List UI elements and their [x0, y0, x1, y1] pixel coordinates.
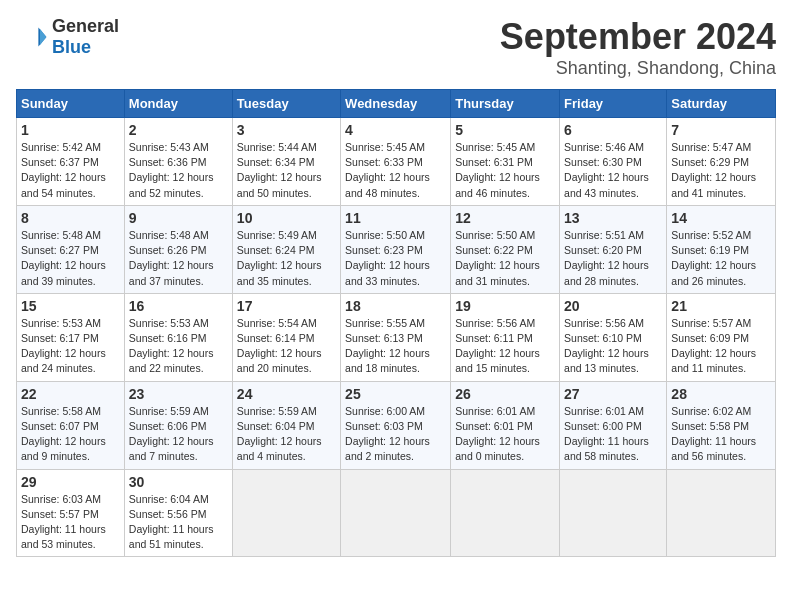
day-cell: 17Sunrise: 5:54 AM Sunset: 6:14 PM Dayli… — [232, 293, 340, 381]
day-number: 16 — [129, 298, 228, 314]
day-cell: 6Sunrise: 5:46 AM Sunset: 6:30 PM Daylig… — [560, 118, 667, 206]
day-cell: 2Sunrise: 5:43 AM Sunset: 6:36 PM Daylig… — [124, 118, 232, 206]
day-info: Sunrise: 5:43 AM Sunset: 6:36 PM Dayligh… — [129, 140, 228, 201]
day-number: 23 — [129, 386, 228, 402]
logo-text: General Blue — [52, 16, 119, 58]
day-number: 14 — [671, 210, 771, 226]
title-area: September 2024 Shanting, Shandong, China — [500, 16, 776, 79]
day-cell: 20Sunrise: 5:56 AM Sunset: 6:10 PM Dayli… — [560, 293, 667, 381]
day-cell — [232, 469, 340, 557]
day-cell: 4Sunrise: 5:45 AM Sunset: 6:33 PM Daylig… — [341, 118, 451, 206]
day-number: 2 — [129, 122, 228, 138]
day-number: 15 — [21, 298, 120, 314]
day-cell: 23Sunrise: 5:59 AM Sunset: 6:06 PM Dayli… — [124, 381, 232, 469]
day-number: 17 — [237, 298, 336, 314]
week-row-2: 8Sunrise: 5:48 AM Sunset: 6:27 PM Daylig… — [17, 205, 776, 293]
day-number: 27 — [564, 386, 662, 402]
day-cell: 12Sunrise: 5:50 AM Sunset: 6:22 PM Dayli… — [451, 205, 560, 293]
day-number: 8 — [21, 210, 120, 226]
day-cell: 8Sunrise: 5:48 AM Sunset: 6:27 PM Daylig… — [17, 205, 125, 293]
day-number: 1 — [21, 122, 120, 138]
day-info: Sunrise: 5:54 AM Sunset: 6:14 PM Dayligh… — [237, 316, 336, 377]
day-number: 5 — [455, 122, 555, 138]
day-info: Sunrise: 6:03 AM Sunset: 5:57 PM Dayligh… — [21, 492, 120, 553]
day-cell: 25Sunrise: 6:00 AM Sunset: 6:03 PM Dayli… — [341, 381, 451, 469]
day-number: 30 — [129, 474, 228, 490]
weekday-header-thursday: Thursday — [451, 90, 560, 118]
day-info: Sunrise: 5:47 AM Sunset: 6:29 PM Dayligh… — [671, 140, 771, 201]
day-number: 6 — [564, 122, 662, 138]
week-row-5: 29Sunrise: 6:03 AM Sunset: 5:57 PM Dayli… — [17, 469, 776, 557]
day-number: 24 — [237, 386, 336, 402]
weekday-header-sunday: Sunday — [17, 90, 125, 118]
day-number: 29 — [21, 474, 120, 490]
day-info: Sunrise: 5:44 AM Sunset: 6:34 PM Dayligh… — [237, 140, 336, 201]
day-info: Sunrise: 5:53 AM Sunset: 6:16 PM Dayligh… — [129, 316, 228, 377]
day-info: Sunrise: 5:59 AM Sunset: 6:06 PM Dayligh… — [129, 404, 228, 465]
day-number: 7 — [671, 122, 771, 138]
day-cell: 15Sunrise: 5:53 AM Sunset: 6:17 PM Dayli… — [17, 293, 125, 381]
day-cell: 13Sunrise: 5:51 AM Sunset: 6:20 PM Dayli… — [560, 205, 667, 293]
day-cell: 26Sunrise: 6:01 AM Sunset: 6:01 PM Dayli… — [451, 381, 560, 469]
day-number: 4 — [345, 122, 446, 138]
day-number: 9 — [129, 210, 228, 226]
location-subtitle: Shanting, Shandong, China — [500, 58, 776, 79]
day-info: Sunrise: 6:04 AM Sunset: 5:56 PM Dayligh… — [129, 492, 228, 553]
weekday-header-row: SundayMondayTuesdayWednesdayThursdayFrid… — [17, 90, 776, 118]
day-cell — [341, 469, 451, 557]
day-info: Sunrise: 5:48 AM Sunset: 6:27 PM Dayligh… — [21, 228, 120, 289]
day-cell — [560, 469, 667, 557]
day-info: Sunrise: 5:50 AM Sunset: 6:22 PM Dayligh… — [455, 228, 555, 289]
day-number: 28 — [671, 386, 771, 402]
day-number: 26 — [455, 386, 555, 402]
weekday-header-friday: Friday — [560, 90, 667, 118]
day-number: 25 — [345, 386, 446, 402]
day-number: 12 — [455, 210, 555, 226]
day-cell: 1Sunrise: 5:42 AM Sunset: 6:37 PM Daylig… — [17, 118, 125, 206]
day-info: Sunrise: 5:58 AM Sunset: 6:07 PM Dayligh… — [21, 404, 120, 465]
month-title: September 2024 — [500, 16, 776, 58]
logo: General Blue — [16, 16, 119, 58]
day-cell: 11Sunrise: 5:50 AM Sunset: 6:23 PM Dayli… — [341, 205, 451, 293]
day-number: 18 — [345, 298, 446, 314]
day-cell: 22Sunrise: 5:58 AM Sunset: 6:07 PM Dayli… — [17, 381, 125, 469]
weekday-header-wednesday: Wednesday — [341, 90, 451, 118]
day-info: Sunrise: 5:59 AM Sunset: 6:04 PM Dayligh… — [237, 404, 336, 465]
day-cell: 10Sunrise: 5:49 AM Sunset: 6:24 PM Dayli… — [232, 205, 340, 293]
day-info: Sunrise: 6:00 AM Sunset: 6:03 PM Dayligh… — [345, 404, 446, 465]
day-number: 11 — [345, 210, 446, 226]
weekday-header-saturday: Saturday — [667, 90, 776, 118]
day-number: 19 — [455, 298, 555, 314]
day-number: 22 — [21, 386, 120, 402]
day-number: 3 — [237, 122, 336, 138]
week-row-3: 15Sunrise: 5:53 AM Sunset: 6:17 PM Dayli… — [17, 293, 776, 381]
day-info: Sunrise: 5:55 AM Sunset: 6:13 PM Dayligh… — [345, 316, 446, 377]
day-cell — [451, 469, 560, 557]
day-info: Sunrise: 6:02 AM Sunset: 5:58 PM Dayligh… — [671, 404, 771, 465]
week-row-1: 1Sunrise: 5:42 AM Sunset: 6:37 PM Daylig… — [17, 118, 776, 206]
day-cell: 30Sunrise: 6:04 AM Sunset: 5:56 PM Dayli… — [124, 469, 232, 557]
day-number: 21 — [671, 298, 771, 314]
day-info: Sunrise: 5:46 AM Sunset: 6:30 PM Dayligh… — [564, 140, 662, 201]
day-info: Sunrise: 5:56 AM Sunset: 6:10 PM Dayligh… — [564, 316, 662, 377]
weekday-header-monday: Monday — [124, 90, 232, 118]
weekday-header-tuesday: Tuesday — [232, 90, 340, 118]
day-cell: 21Sunrise: 5:57 AM Sunset: 6:09 PM Dayli… — [667, 293, 776, 381]
day-info: Sunrise: 6:01 AM Sunset: 6:00 PM Dayligh… — [564, 404, 662, 465]
day-info: Sunrise: 5:51 AM Sunset: 6:20 PM Dayligh… — [564, 228, 662, 289]
day-info: Sunrise: 5:57 AM Sunset: 6:09 PM Dayligh… — [671, 316, 771, 377]
svg-marker-1 — [40, 29, 46, 45]
day-cell: 19Sunrise: 5:56 AM Sunset: 6:11 PM Dayli… — [451, 293, 560, 381]
day-info: Sunrise: 5:52 AM Sunset: 6:19 PM Dayligh… — [671, 228, 771, 289]
week-row-4: 22Sunrise: 5:58 AM Sunset: 6:07 PM Dayli… — [17, 381, 776, 469]
day-info: Sunrise: 5:48 AM Sunset: 6:26 PM Dayligh… — [129, 228, 228, 289]
logo-icon — [16, 21, 48, 53]
day-info: Sunrise: 5:53 AM Sunset: 6:17 PM Dayligh… — [21, 316, 120, 377]
day-cell: 7Sunrise: 5:47 AM Sunset: 6:29 PM Daylig… — [667, 118, 776, 206]
day-cell: 27Sunrise: 6:01 AM Sunset: 6:00 PM Dayli… — [560, 381, 667, 469]
day-cell: 9Sunrise: 5:48 AM Sunset: 6:26 PM Daylig… — [124, 205, 232, 293]
day-cell: 3Sunrise: 5:44 AM Sunset: 6:34 PM Daylig… — [232, 118, 340, 206]
day-info: Sunrise: 5:49 AM Sunset: 6:24 PM Dayligh… — [237, 228, 336, 289]
day-cell: 28Sunrise: 6:02 AM Sunset: 5:58 PM Dayli… — [667, 381, 776, 469]
day-info: Sunrise: 5:50 AM Sunset: 6:23 PM Dayligh… — [345, 228, 446, 289]
